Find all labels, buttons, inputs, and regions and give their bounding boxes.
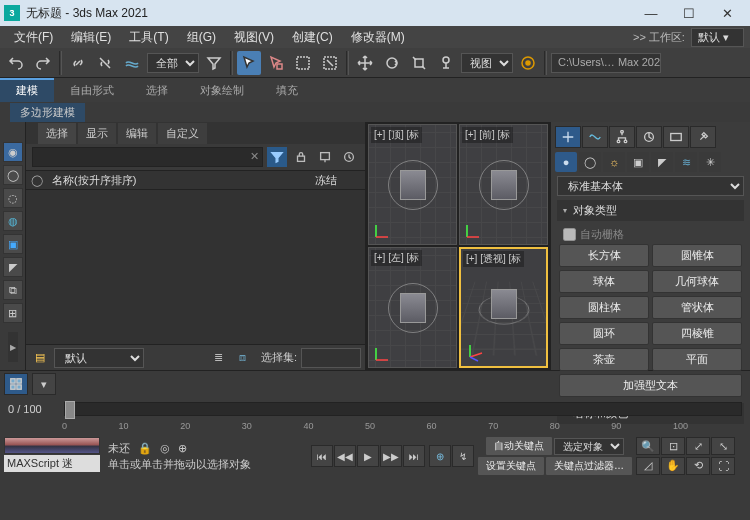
ribbon-tab-modeling[interactable]: 建模: [0, 78, 54, 102]
unlink-button[interactable]: [93, 51, 117, 75]
vp-layout-quad-button[interactable]: [4, 373, 28, 395]
lock-selection-icon[interactable]: 🔒: [138, 442, 152, 455]
key-tangent-button[interactable]: ↯: [452, 445, 474, 467]
viewport-perspective[interactable]: [+] [透视] [标: [459, 247, 548, 368]
viewport-left-label[interactable]: [+] [左] [标: [371, 250, 422, 266]
viewport-front-label[interactable]: [+] [前] [标: [462, 127, 513, 143]
lights-subtab[interactable]: ☼: [603, 152, 625, 172]
object-type-button[interactable]: 长方体: [559, 244, 649, 267]
display-tab[interactable]: [663, 126, 689, 148]
object-type-button[interactable]: 圆锥体: [652, 244, 742, 267]
bind-spacewarp-button[interactable]: [120, 51, 144, 75]
ribbon-tab-selection[interactable]: 选择: [130, 78, 184, 102]
filter-shapes-icon[interactable]: ◌: [3, 188, 23, 208]
explorer-search-input[interactable]: [32, 147, 263, 167]
spacewarps-subtab[interactable]: ≋: [675, 152, 697, 172]
menu-edit[interactable]: 编辑(E): [63, 27, 119, 48]
key-filter-button[interactable]: 关键点过滤器…: [546, 457, 632, 475]
selection-set-input[interactable]: [301, 348, 361, 368]
utilities-tab[interactable]: [690, 126, 716, 148]
object-type-button[interactable]: 茶壶: [559, 348, 649, 371]
rail-expand-button[interactable]: ▶: [8, 332, 18, 362]
viewport-top-label[interactable]: [+] [顶] [标: [371, 127, 422, 143]
orbit-icon[interactable]: ⟲: [686, 457, 710, 475]
sel-set-icon[interactable]: ⧈: [233, 348, 253, 368]
pin-icon[interactable]: [315, 147, 335, 167]
layer-select[interactable]: 默认: [54, 348, 144, 368]
shapes-subtab[interactable]: ◯: [579, 152, 601, 172]
filter-geometry-icon[interactable]: ◯: [3, 165, 23, 185]
select-name-button[interactable]: [264, 51, 288, 75]
select-object-button[interactable]: [237, 51, 261, 75]
maximize-button[interactable]: ☐: [670, 0, 708, 26]
link-button[interactable]: [66, 51, 90, 75]
explorer-body[interactable]: [26, 190, 365, 344]
goto-end-button[interactable]: ⏭: [403, 445, 425, 467]
filter-helpers-icon[interactable]: ◤: [3, 257, 23, 277]
menu-group[interactable]: 组(G): [179, 27, 224, 48]
lock-icon[interactable]: [291, 147, 311, 167]
viewport-perspective-label[interactable]: [+] [透视] [标: [463, 251, 524, 267]
play-button[interactable]: ▶: [357, 445, 379, 467]
vp-layout-add-button[interactable]: ▾: [32, 373, 56, 395]
track-bar[interactable]: [4, 437, 100, 454]
filter-all-icon[interactable]: ◉: [3, 142, 23, 162]
more-icon[interactable]: [339, 147, 359, 167]
category-select[interactable]: 标准基本体: [557, 176, 744, 196]
menu-view[interactable]: 视图(V): [226, 27, 282, 48]
zoom-icon[interactable]: 🔍: [636, 437, 660, 455]
select-place-button[interactable]: [434, 51, 458, 75]
menu-create[interactable]: 创建(C): [284, 27, 341, 48]
ribbon-tab-populate[interactable]: 填充: [260, 78, 314, 102]
zoom-extents-all-icon[interactable]: ⤡: [711, 437, 735, 455]
maximize-vp-icon[interactable]: ⛶: [711, 457, 735, 475]
selection-filter-select[interactable]: 全部: [147, 53, 199, 73]
explorer-tab-custom[interactable]: 自定义: [158, 123, 207, 144]
select-move-button[interactable]: [353, 51, 377, 75]
menu-modifiers[interactable]: 修改器(M): [343, 27, 413, 48]
modify-tab[interactable]: [582, 126, 608, 148]
autogrid-checkbox[interactable]: 自动栅格: [559, 225, 742, 244]
hierarchy-tab[interactable]: [609, 126, 635, 148]
layers-stack-icon[interactable]: ≣: [209, 348, 229, 368]
freeze-column-header[interactable]: 冻结: [315, 173, 365, 188]
object-type-button[interactable]: 平面: [652, 348, 742, 371]
filter-dropdown-icon[interactable]: [202, 51, 226, 75]
filter-lights-icon[interactable]: ◍: [3, 211, 23, 231]
window-crossing-button[interactable]: [318, 51, 342, 75]
maxscript-listener[interactable]: MAXScript 迷: [4, 455, 100, 472]
key-mode-button[interactable]: ⊕: [429, 445, 451, 467]
close-button[interactable]: ✕: [708, 0, 746, 26]
autokey-button[interactable]: 自动关键点: [486, 437, 552, 455]
select-scale-button[interactable]: [407, 51, 431, 75]
filter-spacewarps-icon[interactable]: ⧉: [3, 280, 23, 300]
search-clear-icon[interactable]: ✕: [250, 150, 259, 163]
time-track[interactable]: [64, 402, 742, 416]
object-type-button[interactable]: 四棱锥: [652, 322, 742, 345]
fov-icon[interactable]: ◿: [636, 457, 660, 475]
viewport-front[interactable]: [+] [前] [标: [459, 124, 548, 245]
object-type-button[interactable]: 圆柱体: [559, 296, 649, 319]
key-target-select[interactable]: 选定对象: [554, 438, 624, 455]
redo-button[interactable]: [31, 51, 55, 75]
prev-frame-button[interactable]: ◀◀: [334, 445, 356, 467]
select-rotate-button[interactable]: [380, 51, 404, 75]
menu-tools[interactable]: 工具(T): [121, 27, 176, 48]
ref-coord-select[interactable]: 视图: [461, 53, 513, 73]
object-type-button[interactable]: 球体: [559, 270, 649, 293]
menu-file[interactable]: 文件(F): [6, 27, 61, 48]
next-frame-button[interactable]: ▶▶: [380, 445, 402, 467]
visibility-column-icon[interactable]: ◯: [31, 174, 43, 187]
motion-tab[interactable]: [636, 126, 662, 148]
systems-subtab[interactable]: ✳: [699, 152, 721, 172]
object-type-button[interactable]: 管状体: [652, 296, 742, 319]
pan-icon[interactable]: ✋: [661, 457, 685, 475]
explorer-filter-button[interactable]: [267, 147, 287, 167]
time-slider-handle[interactable]: [65, 401, 75, 419]
xref-icon[interactable]: ⊕: [178, 442, 187, 455]
ribbon-tab-freeform[interactable]: 自由形式: [54, 78, 130, 102]
extended-text-button[interactable]: 加强型文本: [559, 374, 742, 397]
object-type-button[interactable]: 几何球体: [652, 270, 742, 293]
undo-button[interactable]: [4, 51, 28, 75]
create-tab[interactable]: [555, 126, 581, 148]
